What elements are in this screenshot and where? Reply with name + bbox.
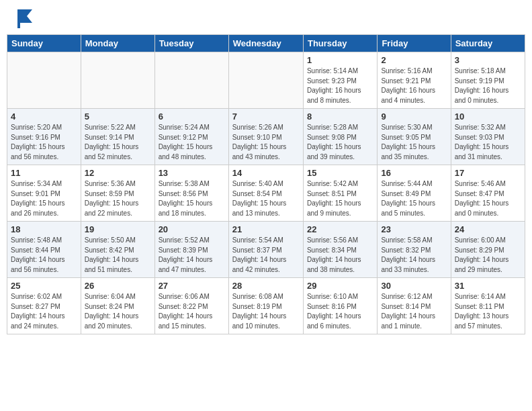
day-cell: 17Sunrise: 5:46 AM Sunset: 8:47 PM Dayli… — [451, 165, 525, 222]
day-info: Sunrise: 6:10 AM Sunset: 8:16 PM Dayligh… — [307, 292, 373, 331]
day-info: Sunrise: 5:44 AM Sunset: 8:49 PM Dayligh… — [381, 179, 447, 218]
weekday-header-monday: Monday — [81, 35, 154, 52]
weekday-header-tuesday: Tuesday — [154, 35, 228, 52]
day-info: Sunrise: 5:28 AM Sunset: 9:08 PM Dayligh… — [307, 123, 373, 162]
day-cell: 9Sunrise: 5:30 AM Sunset: 9:05 PM Daylig… — [378, 109, 451, 165]
day-cell: 6Sunrise: 5:24 AM Sunset: 9:12 PM Daylig… — [154, 109, 228, 165]
day-info: Sunrise: 6:12 AM Sunset: 8:14 PM Dayligh… — [381, 292, 447, 331]
weekday-header-sunday: Sunday — [7, 35, 81, 52]
day-number: 28 — [232, 281, 300, 291]
day-info: Sunrise: 5:54 AM Sunset: 8:37 PM Dayligh… — [232, 236, 300, 275]
day-cell: 14Sunrise: 5:40 AM Sunset: 8:54 PM Dayli… — [228, 165, 303, 222]
day-info: Sunrise: 5:50 AM Sunset: 8:42 PM Dayligh… — [85, 236, 151, 275]
calendar-table: SundayMondayTuesdayWednesdayThursdayFrid… — [7, 34, 525, 334]
day-info: Sunrise: 5:20 AM Sunset: 9:16 PM Dayligh… — [11, 123, 77, 162]
day-cell — [7, 52, 81, 109]
page-container: SundayMondayTuesdayWednesdayThursdayFrid… — [0, 0, 532, 411]
svg-marker-0 — [19, 9, 32, 23]
day-number: 27 — [159, 281, 225, 291]
day-number: 22 — [307, 224, 373, 234]
day-number: 1 — [307, 55, 373, 65]
day-number: 11 — [11, 168, 77, 178]
calendar-week-row: 18Sunrise: 5:48 AM Sunset: 8:44 PM Dayli… — [7, 222, 525, 278]
weekday-header-saturday: Saturday — [451, 35, 525, 52]
day-info: Sunrise: 5:46 AM Sunset: 8:47 PM Dayligh… — [455, 179, 521, 218]
day-number: 26 — [85, 281, 151, 291]
day-number: 30 — [381, 281, 447, 291]
day-cell: 11Sunrise: 5:34 AM Sunset: 9:01 PM Dayli… — [7, 165, 81, 222]
day-cell: 8Sunrise: 5:28 AM Sunset: 9:08 PM Daylig… — [303, 109, 377, 165]
day-number: 2 — [381, 55, 447, 65]
day-cell — [228, 52, 303, 109]
calendar-week-row: 4Sunrise: 5:20 AM Sunset: 9:16 PM Daylig… — [7, 109, 525, 165]
day-info: Sunrise: 5:58 AM Sunset: 8:32 PM Dayligh… — [381, 236, 447, 275]
day-cell: 10Sunrise: 5:32 AM Sunset: 9:03 PM Dayli… — [451, 109, 525, 165]
weekday-header-thursday: Thursday — [303, 35, 377, 52]
day-number: 3 — [455, 55, 521, 65]
day-info: Sunrise: 5:32 AM Sunset: 9:03 PM Dayligh… — [455, 123, 521, 162]
day-cell: 18Sunrise: 5:48 AM Sunset: 8:44 PM Dayli… — [7, 222, 81, 278]
day-cell: 26Sunrise: 6:04 AM Sunset: 8:24 PM Dayli… — [81, 278, 154, 334]
day-cell: 22Sunrise: 5:56 AM Sunset: 8:34 PM Dayli… — [303, 222, 377, 278]
day-number: 31 — [455, 281, 521, 291]
day-info: Sunrise: 5:24 AM Sunset: 9:12 PM Dayligh… — [159, 123, 225, 162]
day-cell — [81, 52, 154, 109]
day-number: 10 — [455, 111, 521, 122]
day-number: 12 — [85, 168, 151, 178]
day-number: 14 — [232, 168, 300, 178]
day-info: Sunrise: 5:48 AM Sunset: 8:44 PM Dayligh… — [11, 236, 77, 275]
day-cell: 29Sunrise: 6:10 AM Sunset: 8:16 PM Dayli… — [303, 278, 377, 334]
day-number: 8 — [307, 111, 373, 122]
day-info: Sunrise: 5:14 AM Sunset: 9:23 PM Dayligh… — [307, 66, 373, 105]
day-cell: 24Sunrise: 6:00 AM Sunset: 8:29 PM Dayli… — [451, 222, 525, 278]
logo — [13, 7, 38, 31]
day-info: Sunrise: 6:08 AM Sunset: 8:19 PM Dayligh… — [232, 292, 300, 331]
day-cell: 4Sunrise: 5:20 AM Sunset: 9:16 PM Daylig… — [7, 109, 81, 165]
day-info: Sunrise: 5:26 AM Sunset: 9:10 PM Dayligh… — [232, 123, 300, 162]
calendar-week-row: 1Sunrise: 5:14 AM Sunset: 9:23 PM Daylig… — [7, 52, 525, 109]
weekday-header-friday: Friday — [378, 35, 451, 52]
day-cell: 12Sunrise: 5:36 AM Sunset: 8:59 PM Dayli… — [81, 165, 154, 222]
day-cell: 5Sunrise: 5:22 AM Sunset: 9:14 PM Daylig… — [81, 109, 154, 165]
day-number: 20 — [159, 224, 225, 234]
weekday-header-row: SundayMondayTuesdayWednesdayThursdayFrid… — [7, 35, 525, 52]
day-number: 19 — [85, 224, 151, 234]
day-cell: 16Sunrise: 5:44 AM Sunset: 8:49 PM Dayli… — [378, 165, 451, 222]
day-info: Sunrise: 5:52 AM Sunset: 8:39 PM Dayligh… — [159, 236, 225, 275]
day-cell: 31Sunrise: 6:14 AM Sunset: 8:11 PM Dayli… — [451, 278, 525, 334]
day-cell: 7Sunrise: 5:26 AM Sunset: 9:10 PM Daylig… — [228, 109, 303, 165]
day-info: Sunrise: 5:18 AM Sunset: 9:19 PM Dayligh… — [455, 66, 521, 105]
day-info: Sunrise: 5:36 AM Sunset: 8:59 PM Dayligh… — [85, 179, 151, 218]
day-info: Sunrise: 5:42 AM Sunset: 8:51 PM Dayligh… — [307, 179, 373, 218]
day-cell: 27Sunrise: 6:06 AM Sunset: 8:22 PM Dayli… — [154, 278, 228, 334]
day-cell: 28Sunrise: 6:08 AM Sunset: 8:19 PM Dayli… — [228, 278, 303, 334]
day-info: Sunrise: 6:04 AM Sunset: 8:24 PM Dayligh… — [85, 292, 151, 331]
day-cell: 15Sunrise: 5:42 AM Sunset: 8:51 PM Dayli… — [303, 165, 377, 222]
day-info: Sunrise: 5:30 AM Sunset: 9:05 PM Dayligh… — [381, 123, 447, 162]
day-info: Sunrise: 5:16 AM Sunset: 9:21 PM Dayligh… — [381, 66, 447, 105]
calendar-week-row: 25Sunrise: 6:02 AM Sunset: 8:27 PM Dayli… — [7, 278, 525, 334]
weekday-header-wednesday: Wednesday — [228, 35, 303, 52]
day-info: Sunrise: 5:40 AM Sunset: 8:54 PM Dayligh… — [232, 179, 300, 218]
day-number: 23 — [381, 224, 447, 234]
day-number: 7 — [232, 111, 300, 122]
day-info: Sunrise: 6:14 AM Sunset: 8:11 PM Dayligh… — [455, 292, 521, 331]
day-cell: 19Sunrise: 5:50 AM Sunset: 8:42 PM Dayli… — [81, 222, 154, 278]
day-number: 25 — [11, 281, 77, 291]
day-cell: 23Sunrise: 5:58 AM Sunset: 8:32 PM Dayli… — [378, 222, 451, 278]
day-info: Sunrise: 6:00 AM Sunset: 8:29 PM Dayligh… — [455, 236, 521, 275]
day-info: Sunrise: 6:02 AM Sunset: 8:27 PM Dayligh… — [11, 292, 77, 331]
day-number: 21 — [232, 224, 300, 234]
day-cell: 25Sunrise: 6:02 AM Sunset: 8:27 PM Dayli… — [7, 278, 81, 334]
header — [0, 0, 532, 34]
day-cell: 1Sunrise: 5:14 AM Sunset: 9:23 PM Daylig… — [303, 52, 377, 109]
day-number: 29 — [307, 281, 373, 291]
day-info: Sunrise: 6:06 AM Sunset: 8:22 PM Dayligh… — [159, 292, 225, 331]
day-cell: 20Sunrise: 5:52 AM Sunset: 8:39 PM Dayli… — [154, 222, 228, 278]
calendar-week-row: 11Sunrise: 5:34 AM Sunset: 9:01 PM Dayli… — [7, 165, 525, 222]
svg-rect-1 — [17, 9, 20, 28]
day-info: Sunrise: 5:56 AM Sunset: 8:34 PM Dayligh… — [307, 236, 373, 275]
day-info: Sunrise: 5:34 AM Sunset: 9:01 PM Dayligh… — [11, 179, 77, 218]
day-info: Sunrise: 5:22 AM Sunset: 9:14 PM Dayligh… — [85, 123, 151, 162]
day-number: 18 — [11, 224, 77, 234]
